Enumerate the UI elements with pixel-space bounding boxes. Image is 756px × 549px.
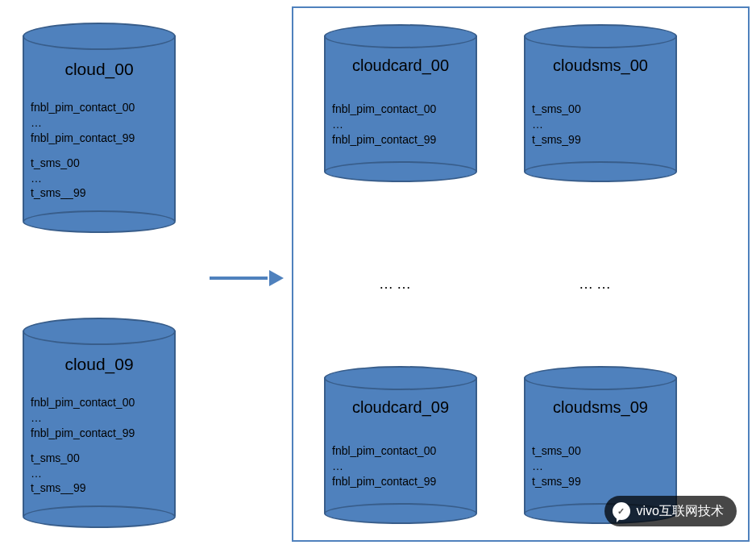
table-line: … xyxy=(332,459,472,474)
table-line: fnbl_pim_contact_00 xyxy=(332,443,472,459)
table-line: fnbl_pim_contact_99 xyxy=(332,474,472,489)
diagram-stage: cloud_00 fnbl_pim_contact_00 … fnbl_pim_… xyxy=(0,0,756,549)
table-line: t_sms_00 xyxy=(31,156,171,171)
table-line: fnbl_pim_contact_00 xyxy=(332,102,472,117)
table-line: t_sms_99 xyxy=(532,474,672,489)
table-line: … xyxy=(532,117,672,132)
db-tables: t_sms_00 … t_sms_99 xyxy=(532,102,672,148)
table-line: fnbl_pim_contact_00 xyxy=(31,395,171,410)
wechat-icon: ✓ xyxy=(613,502,630,520)
table-line: t_sms__99 xyxy=(31,185,171,201)
table-line: … xyxy=(532,459,672,474)
table-line: t_sms_99 xyxy=(532,132,672,148)
table-line: t_sms_00 xyxy=(532,102,672,117)
table-line: … xyxy=(31,466,171,481)
db-title: cloudcard_09 xyxy=(324,398,477,417)
db-tables: fnbl_pim_contact_00 … fnbl_pim_contact_9… xyxy=(31,395,171,496)
ellipsis: …… xyxy=(579,276,614,293)
db-title: cloudsms_00 xyxy=(524,56,677,75)
db-cloud-00: cloud_00 fnbl_pim_contact_00 … fnbl_pim_… xyxy=(23,23,176,232)
db-cloudsms-00: cloudsms_00 t_sms_00 … t_sms_99 xyxy=(524,24,677,181)
table-line: fnbl_pim_contact_99 xyxy=(31,426,171,441)
db-title: cloud_09 xyxy=(23,355,176,374)
table-line: … xyxy=(332,117,472,132)
db-tables: t_sms_00 … t_sms_99 xyxy=(532,443,672,489)
db-title: cloudcard_00 xyxy=(324,56,477,75)
table-line: fnbl_pim_contact_99 xyxy=(31,131,171,146)
db-tables: fnbl_pim_contact_00 … fnbl_pim_contact_9… xyxy=(332,443,472,489)
table-line: fnbl_pim_contact_00 xyxy=(31,100,171,115)
table-line: … xyxy=(31,171,171,186)
db-cloud-09: cloud_09 fnbl_pim_contact_00 … fnbl_pim_… xyxy=(23,318,176,527)
ellipsis: …… xyxy=(379,276,414,293)
table-line: t_sms__99 xyxy=(31,480,171,496)
watermark-text: vivo互联网技术 xyxy=(637,505,724,518)
table-line: … xyxy=(31,115,171,131)
db-title: cloudsms_09 xyxy=(524,398,677,417)
watermark-pill: ✓ vivo互联网技术 xyxy=(604,496,737,526)
db-cloudcard-00: cloudcard_00 fnbl_pim_contact_00 … fnbl_… xyxy=(324,24,477,181)
table-line: fnbl_pim_contact_99 xyxy=(332,132,472,148)
db-tables: fnbl_pim_contact_00 … fnbl_pim_contact_9… xyxy=(31,100,171,201)
table-line: t_sms_00 xyxy=(532,443,672,459)
db-tables: fnbl_pim_contact_00 … fnbl_pim_contact_9… xyxy=(332,102,472,148)
db-title: cloud_00 xyxy=(23,60,176,79)
db-cloudcard-09: cloudcard_09 fnbl_pim_contact_00 … fnbl_… xyxy=(324,366,477,523)
table-line: … xyxy=(31,410,171,426)
table-line: t_sms_00 xyxy=(31,451,171,466)
